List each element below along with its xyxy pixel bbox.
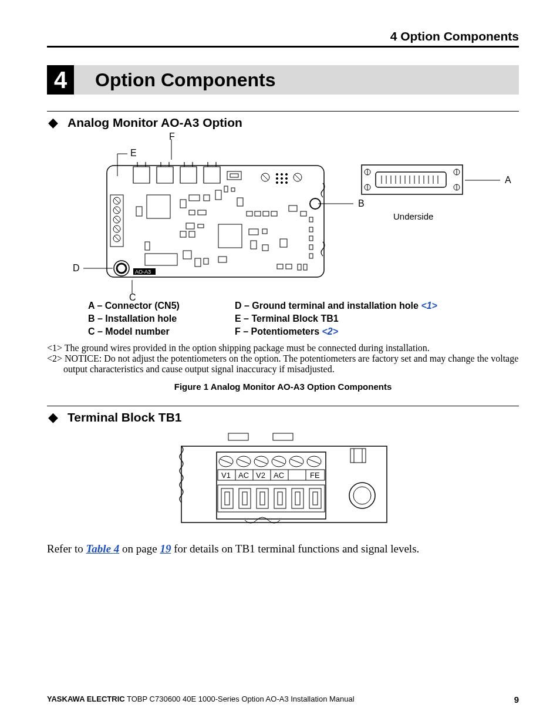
callout-A: A [505, 175, 511, 186]
svg-rect-131 [218, 485, 325, 512]
chapter-number: 4 [47, 65, 74, 95]
svg-rect-120 [218, 470, 325, 480]
svg-text:AC: AC [274, 471, 284, 480]
link-page-19[interactable]: 19 [160, 542, 171, 555]
svg-text:AC: AC [238, 471, 249, 480]
callout-B: B [358, 198, 365, 209]
section-title: Analog Monitor AO-A3 Option [68, 116, 242, 130]
page: 4 Option Components 4 Option Components … [0, 0, 560, 728]
notes-block: <1> The ground wires provided in the opt… [47, 343, 519, 375]
page-number: 9 [514, 695, 519, 705]
svg-rect-144 [350, 449, 366, 463]
callout-F: F [169, 132, 175, 142]
running-header: 4 Option Components [47, 29, 519, 43]
svg-point-148 [353, 487, 371, 504]
legend-D: D – Ground terminal and installation hol… [235, 301, 437, 311]
chapter-heading-bar: 4 Option Components [47, 65, 519, 95]
header-rule [47, 46, 519, 48]
legend-F: F – Potentiometers <2> [235, 326, 338, 337]
figure-board-diagram: AO-A3 [48, 136, 518, 295]
svg-text:V1: V1 [221, 471, 231, 480]
figure-1-caption: Figure 1 Analog Monitor AO-A3 Option Com… [47, 382, 519, 392]
legend-F-ref: <2> [322, 326, 338, 336]
svg-rect-139 [278, 492, 282, 505]
callout-C: C [129, 292, 136, 303]
svg-rect-137 [260, 492, 265, 505]
figure-legend: A – Connector (CN5) D – Ground terminal … [47, 301, 519, 337]
svg-rect-105 [273, 433, 293, 440]
legend-E: E – Terminal Block TB1 [235, 314, 339, 324]
section-terminal-block: ◆ Terminal Block TB1 [47, 406, 519, 425]
legend-B: B – Installation hole [88, 314, 235, 324]
svg-text:FE: FE [310, 471, 320, 480]
body-paragraph: Refer to Table 4 on page 19 for details … [47, 542, 519, 555]
diamond-bullet-icon: ◆ [48, 115, 58, 130]
svg-rect-133 [225, 492, 230, 505]
legend-D-ref: <1> [421, 301, 437, 311]
svg-rect-143 [313, 492, 318, 505]
underside-label: Underside [393, 211, 433, 221]
chapter-title: Option Components [95, 69, 276, 91]
svg-rect-135 [242, 492, 247, 505]
svg-rect-104 [228, 433, 248, 440]
section-title: Terminal Block TB1 [68, 410, 182, 424]
legend-A: A – Connector (CN5) [88, 301, 235, 311]
note-2: <2> NOTICE: Do not adjust the potentiome… [47, 353, 519, 375]
diamond-bullet-icon: ◆ [48, 410, 58, 425]
callout-lines [48, 136, 518, 295]
callout-E: E [130, 148, 137, 159]
legend-C: C – Model number [88, 326, 235, 337]
terminal-block-diagram: V1 AC V2 AC FE [174, 431, 392, 531]
callout-D: D [73, 263, 80, 274]
link-table-4[interactable]: Table 4 [86, 542, 119, 555]
section-analog-monitor: ◆ Analog Monitor AO-A3 Option [47, 111, 519, 130]
note-1: <1> The ground wires provided in the opt… [47, 343, 519, 353]
footer-doc-title: TOBP C730600 40E 1000-Series Option AO-A… [125, 695, 355, 703]
footer-brand: YASKAWA ELECTRIC [47, 695, 125, 703]
page-footer: YASKAWA ELECTRIC TOBP C730600 40E 1000-S… [47, 695, 519, 705]
svg-text:V2: V2 [256, 471, 265, 480]
svg-rect-141 [295, 492, 300, 505]
